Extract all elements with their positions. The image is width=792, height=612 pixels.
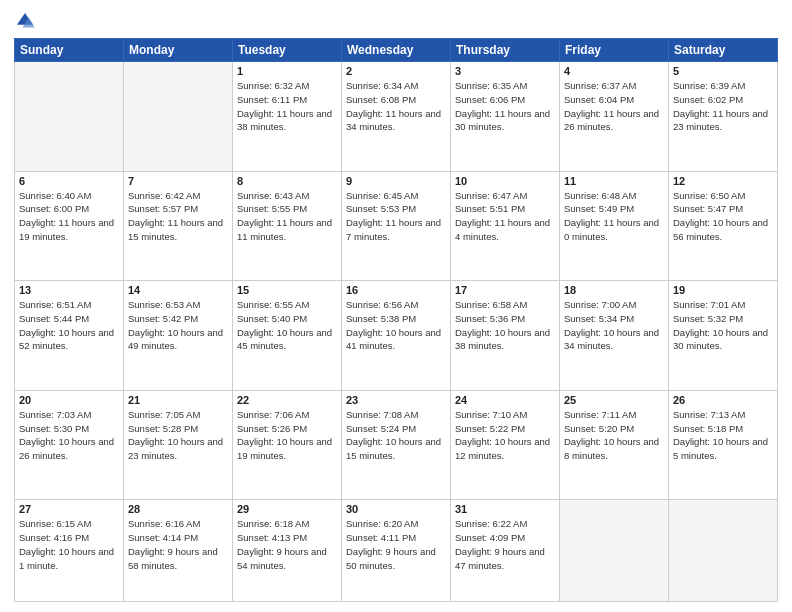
day-cell: 13Sunrise: 6:51 AM Sunset: 5:44 PM Dayli…	[15, 281, 124, 391]
day-number: 23	[346, 394, 446, 406]
day-cell: 19Sunrise: 7:01 AM Sunset: 5:32 PM Dayli…	[669, 281, 778, 391]
day-info: Sunrise: 6:22 AM Sunset: 4:09 PM Dayligh…	[455, 517, 555, 572]
day-number: 21	[128, 394, 228, 406]
day-info: Sunrise: 7:11 AM Sunset: 5:20 PM Dayligh…	[564, 408, 664, 463]
day-number: 15	[237, 284, 337, 296]
day-cell: 31Sunrise: 6:22 AM Sunset: 4:09 PM Dayli…	[451, 500, 560, 602]
day-cell: 22Sunrise: 7:06 AM Sunset: 5:26 PM Dayli…	[233, 390, 342, 500]
day-number: 26	[673, 394, 773, 406]
day-number: 27	[19, 503, 119, 515]
col-header-saturday: Saturday	[669, 39, 778, 62]
day-info: Sunrise: 6:35 AM Sunset: 6:06 PM Dayligh…	[455, 79, 555, 134]
week-row-1: 6Sunrise: 6:40 AM Sunset: 6:00 PM Daylig…	[15, 171, 778, 281]
day-number: 12	[673, 175, 773, 187]
day-info: Sunrise: 6:45 AM Sunset: 5:53 PM Dayligh…	[346, 189, 446, 244]
logo	[14, 10, 38, 32]
day-number: 10	[455, 175, 555, 187]
day-info: Sunrise: 6:50 AM Sunset: 5:47 PM Dayligh…	[673, 189, 773, 244]
day-cell: 11Sunrise: 6:48 AM Sunset: 5:49 PM Dayli…	[560, 171, 669, 281]
day-info: Sunrise: 6:42 AM Sunset: 5:57 PM Dayligh…	[128, 189, 228, 244]
day-info: Sunrise: 7:13 AM Sunset: 5:18 PM Dayligh…	[673, 408, 773, 463]
day-info: Sunrise: 6:53 AM Sunset: 5:42 PM Dayligh…	[128, 298, 228, 353]
day-number: 13	[19, 284, 119, 296]
day-info: Sunrise: 7:00 AM Sunset: 5:34 PM Dayligh…	[564, 298, 664, 353]
day-info: Sunrise: 6:37 AM Sunset: 6:04 PM Dayligh…	[564, 79, 664, 134]
page: SundayMondayTuesdayWednesdayThursdayFrid…	[0, 0, 792, 612]
day-number: 3	[455, 65, 555, 77]
day-cell	[669, 500, 778, 602]
day-cell: 3Sunrise: 6:35 AM Sunset: 6:06 PM Daylig…	[451, 62, 560, 172]
week-row-3: 20Sunrise: 7:03 AM Sunset: 5:30 PM Dayli…	[15, 390, 778, 500]
day-cell	[124, 62, 233, 172]
day-cell: 9Sunrise: 6:45 AM Sunset: 5:53 PM Daylig…	[342, 171, 451, 281]
day-info: Sunrise: 6:51 AM Sunset: 5:44 PM Dayligh…	[19, 298, 119, 353]
day-cell: 21Sunrise: 7:05 AM Sunset: 5:28 PM Dayli…	[124, 390, 233, 500]
day-number: 19	[673, 284, 773, 296]
col-header-tuesday: Tuesday	[233, 39, 342, 62]
day-info: Sunrise: 6:20 AM Sunset: 4:11 PM Dayligh…	[346, 517, 446, 572]
day-cell: 8Sunrise: 6:43 AM Sunset: 5:55 PM Daylig…	[233, 171, 342, 281]
calendar-table: SundayMondayTuesdayWednesdayThursdayFrid…	[14, 38, 778, 602]
day-cell: 29Sunrise: 6:18 AM Sunset: 4:13 PM Dayli…	[233, 500, 342, 602]
day-info: Sunrise: 6:18 AM Sunset: 4:13 PM Dayligh…	[237, 517, 337, 572]
day-cell: 14Sunrise: 6:53 AM Sunset: 5:42 PM Dayli…	[124, 281, 233, 391]
day-number: 22	[237, 394, 337, 406]
day-number: 28	[128, 503, 228, 515]
day-number: 6	[19, 175, 119, 187]
header	[14, 10, 778, 32]
day-number: 24	[455, 394, 555, 406]
day-number: 29	[237, 503, 337, 515]
day-info: Sunrise: 6:55 AM Sunset: 5:40 PM Dayligh…	[237, 298, 337, 353]
col-header-sunday: Sunday	[15, 39, 124, 62]
day-info: Sunrise: 6:43 AM Sunset: 5:55 PM Dayligh…	[237, 189, 337, 244]
day-cell: 5Sunrise: 6:39 AM Sunset: 6:02 PM Daylig…	[669, 62, 778, 172]
day-number: 5	[673, 65, 773, 77]
col-header-wednesday: Wednesday	[342, 39, 451, 62]
day-number: 11	[564, 175, 664, 187]
day-cell: 15Sunrise: 6:55 AM Sunset: 5:40 PM Dayli…	[233, 281, 342, 391]
day-info: Sunrise: 6:40 AM Sunset: 6:00 PM Dayligh…	[19, 189, 119, 244]
day-number: 1	[237, 65, 337, 77]
day-info: Sunrise: 6:15 AM Sunset: 4:16 PM Dayligh…	[19, 517, 119, 572]
day-number: 8	[237, 175, 337, 187]
day-info: Sunrise: 7:10 AM Sunset: 5:22 PM Dayligh…	[455, 408, 555, 463]
day-info: Sunrise: 6:34 AM Sunset: 6:08 PM Dayligh…	[346, 79, 446, 134]
day-cell: 30Sunrise: 6:20 AM Sunset: 4:11 PM Dayli…	[342, 500, 451, 602]
day-info: Sunrise: 6:16 AM Sunset: 4:14 PM Dayligh…	[128, 517, 228, 572]
day-cell: 1Sunrise: 6:32 AM Sunset: 6:11 PM Daylig…	[233, 62, 342, 172]
day-cell: 23Sunrise: 7:08 AM Sunset: 5:24 PM Dayli…	[342, 390, 451, 500]
day-info: Sunrise: 6:48 AM Sunset: 5:49 PM Dayligh…	[564, 189, 664, 244]
day-cell: 6Sunrise: 6:40 AM Sunset: 6:00 PM Daylig…	[15, 171, 124, 281]
day-cell	[560, 500, 669, 602]
day-cell: 7Sunrise: 6:42 AM Sunset: 5:57 PM Daylig…	[124, 171, 233, 281]
day-number: 20	[19, 394, 119, 406]
col-header-monday: Monday	[124, 39, 233, 62]
day-cell: 25Sunrise: 7:11 AM Sunset: 5:20 PM Dayli…	[560, 390, 669, 500]
week-row-4: 27Sunrise: 6:15 AM Sunset: 4:16 PM Dayli…	[15, 500, 778, 602]
day-info: Sunrise: 6:32 AM Sunset: 6:11 PM Dayligh…	[237, 79, 337, 134]
day-number: 17	[455, 284, 555, 296]
day-number: 31	[455, 503, 555, 515]
logo-icon	[14, 10, 36, 32]
day-info: Sunrise: 6:56 AM Sunset: 5:38 PM Dayligh…	[346, 298, 446, 353]
day-info: Sunrise: 7:08 AM Sunset: 5:24 PM Dayligh…	[346, 408, 446, 463]
day-number: 9	[346, 175, 446, 187]
day-cell: 28Sunrise: 6:16 AM Sunset: 4:14 PM Dayli…	[124, 500, 233, 602]
day-cell: 18Sunrise: 7:00 AM Sunset: 5:34 PM Dayli…	[560, 281, 669, 391]
day-cell: 16Sunrise: 6:56 AM Sunset: 5:38 PM Dayli…	[342, 281, 451, 391]
day-cell: 26Sunrise: 7:13 AM Sunset: 5:18 PM Dayli…	[669, 390, 778, 500]
day-cell: 20Sunrise: 7:03 AM Sunset: 5:30 PM Dayli…	[15, 390, 124, 500]
col-header-thursday: Thursday	[451, 39, 560, 62]
day-cell: 2Sunrise: 6:34 AM Sunset: 6:08 PM Daylig…	[342, 62, 451, 172]
day-cell: 24Sunrise: 7:10 AM Sunset: 5:22 PM Dayli…	[451, 390, 560, 500]
day-info: Sunrise: 7:06 AM Sunset: 5:26 PM Dayligh…	[237, 408, 337, 463]
week-row-0: 1Sunrise: 6:32 AM Sunset: 6:11 PM Daylig…	[15, 62, 778, 172]
day-cell	[15, 62, 124, 172]
day-cell: 4Sunrise: 6:37 AM Sunset: 6:04 PM Daylig…	[560, 62, 669, 172]
day-info: Sunrise: 6:47 AM Sunset: 5:51 PM Dayligh…	[455, 189, 555, 244]
day-cell: 12Sunrise: 6:50 AM Sunset: 5:47 PM Dayli…	[669, 171, 778, 281]
day-info: Sunrise: 7:03 AM Sunset: 5:30 PM Dayligh…	[19, 408, 119, 463]
week-row-2: 13Sunrise: 6:51 AM Sunset: 5:44 PM Dayli…	[15, 281, 778, 391]
day-cell: 17Sunrise: 6:58 AM Sunset: 5:36 PM Dayli…	[451, 281, 560, 391]
header-row: SundayMondayTuesdayWednesdayThursdayFrid…	[15, 39, 778, 62]
